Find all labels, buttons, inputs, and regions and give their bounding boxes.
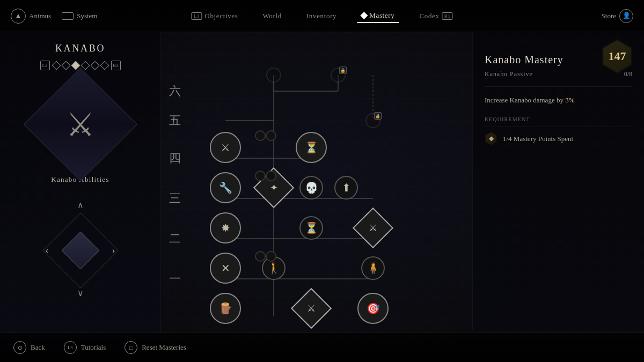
l2-button[interactable]: L2 bbox=[40, 61, 50, 70]
store-icon: 👤 bbox=[619, 9, 633, 23]
node-row2-left-burst[interactable]: ✸ bbox=[210, 212, 241, 243]
nav-codex-label: Codex bbox=[419, 12, 439, 20]
animus-button[interactable]: ▲ Animus bbox=[11, 9, 51, 24]
node-row2-right-diamond[interactable]: ⚔ bbox=[358, 213, 387, 242]
tutorials-label: Tutorials bbox=[81, 343, 106, 352]
node-circle-skull: 💀 bbox=[299, 176, 323, 200]
system-label: System bbox=[77, 12, 97, 20]
top-navigation: ▲ Animus System L1 Objectives World Inve… bbox=[0, 0, 644, 32]
mastery-tree: 六 五 四 三 二 一 🔒 🔒 ⚔ ⏳ bbox=[161, 32, 472, 330]
tree-canvas: 六 五 四 三 二 一 🔒 🔒 ⚔ ⏳ bbox=[161, 32, 472, 330]
node-row0-left-log[interactable]: 🪵 bbox=[210, 293, 241, 324]
reset-label: Reset Masteries bbox=[142, 343, 186, 352]
weapon-selector: ‹ › bbox=[46, 216, 115, 285]
node-row1-right-walk[interactable]: 🧍 bbox=[361, 256, 385, 280]
node-tiny-1 bbox=[255, 130, 266, 141]
mastery-points-badge: 147 bbox=[601, 40, 633, 72]
reset-button[interactable]: □ Reset Masteries bbox=[125, 341, 186, 354]
node-tiny-4 bbox=[266, 171, 276, 181]
left-panel: KANABO L2 R2 ⚔ Kanabo Abilities ∧ ‹ › ∨ bbox=[0, 32, 161, 362]
nav-world-label: World bbox=[262, 12, 281, 20]
warrior-image: ⚔ bbox=[35, 79, 126, 170]
node-top-center[interactable] bbox=[266, 68, 281, 83]
requirement-item: ◆ 1/4 Mastery Points Spent bbox=[485, 132, 632, 145]
reset-icon-symbol: □ bbox=[129, 344, 133, 351]
skill-dot-2 bbox=[61, 61, 70, 70]
node-diamond-center-symbol: ⚔ bbox=[307, 302, 316, 314]
node-row3-left[interactable]: 🔧 bbox=[210, 172, 241, 203]
nav-item-codex[interactable]: Codex R1 bbox=[415, 10, 457, 23]
tutorials-icon: L3 bbox=[64, 341, 77, 354]
kanji-row5: 五 bbox=[169, 113, 181, 129]
weapon-left-arrow[interactable]: ‹ bbox=[46, 245, 49, 256]
nav-right-group: Store 👤 bbox=[602, 9, 633, 23]
node-row0-right-barrel[interactable]: 🎯 bbox=[357, 293, 389, 324]
node-row0-center-diamond[interactable]: ⚔ bbox=[297, 294, 326, 323]
skill-dot-1 bbox=[52, 61, 61, 70]
nav-item-inventory[interactable]: Inventory bbox=[302, 10, 341, 23]
skill-dot-5 bbox=[90, 61, 99, 70]
back-button[interactable]: ⊙ Back bbox=[13, 341, 45, 354]
back-icon: ⊙ bbox=[13, 341, 26, 354]
node-tiny-6 bbox=[266, 251, 276, 262]
node-top-right-locked[interactable]: 🔒 bbox=[331, 68, 346, 83]
node-circle-burst: ✸ bbox=[210, 212, 241, 243]
node-circle-walk2: 🧍 bbox=[361, 256, 385, 280]
scroll-down-arrow[interactable]: ∨ bbox=[77, 288, 84, 298]
node-row4-left[interactable]: ⚔ bbox=[210, 132, 241, 163]
skill-dot-6 bbox=[100, 61, 109, 70]
nav-item-mastery[interactable]: Mastery bbox=[357, 9, 399, 23]
scroll-down-group: ∨ bbox=[77, 288, 84, 298]
node-diamond-warrior-symbol: ⚔ bbox=[369, 222, 377, 234]
node-row5-right-locked[interactable]: 🔒 bbox=[365, 113, 380, 128]
requirement-label: REQUIREMENT bbox=[485, 116, 632, 127]
back-icon-symbol: ⊙ bbox=[18, 344, 23, 351]
kanji-row4: 四 bbox=[169, 150, 181, 166]
nav-item-objectives[interactable]: L1 Objectives bbox=[187, 10, 242, 23]
nav-left-group: ▲ Animus System bbox=[11, 9, 97, 24]
node-circle-cross: ✕ bbox=[210, 253, 241, 284]
mastery-diamond-icon bbox=[360, 11, 368, 19]
scroll-up-arrow[interactable]: ∧ bbox=[77, 200, 84, 210]
weapon-right-arrow[interactable]: › bbox=[112, 245, 115, 256]
node-circle-log: 🪵 bbox=[210, 293, 241, 324]
node-tiny-5 bbox=[255, 251, 266, 262]
node-tiny-3 bbox=[255, 171, 266, 181]
nav-l1-badge: L1 bbox=[191, 12, 202, 20]
animus-label: Animus bbox=[29, 12, 51, 20]
lock-icon: 🔒 bbox=[339, 67, 347, 74]
node-circle-hourglass: ⏳ bbox=[296, 132, 327, 163]
system-button[interactable]: System bbox=[62, 12, 97, 20]
right-panel: 147 Kanabo Mastery Kanabo Passive 0/8 In… bbox=[472, 32, 644, 330]
node-row1-dot2 bbox=[266, 251, 276, 262]
nav-r1-badge: R1 bbox=[442, 12, 453, 20]
desc-prefix: Increase Kanabo damage by bbox=[485, 96, 565, 104]
kanji-row6: 六 bbox=[169, 83, 181, 99]
nav-item-world[interactable]: World bbox=[258, 10, 286, 23]
node-row3-arrow-up[interactable]: ⬆ bbox=[334, 176, 358, 200]
points-value: 147 bbox=[601, 40, 633, 72]
node-tiny-2 bbox=[266, 130, 276, 141]
node-diamond-warrior: ⚔ bbox=[353, 208, 393, 248]
node-row4-center-hourglass[interactable]: ⏳ bbox=[296, 132, 327, 163]
node-diamond-center: ⚔ bbox=[291, 288, 332, 329]
node-circle-tools: 🔧 bbox=[210, 172, 241, 203]
r2-button[interactable]: R2 bbox=[111, 61, 121, 70]
nav-inventory-label: Inventory bbox=[306, 12, 336, 20]
node-row3-dot2 bbox=[266, 171, 276, 181]
animus-icon: ▲ bbox=[11, 9, 26, 24]
node-row4-dot2 bbox=[266, 130, 276, 141]
nav-mastery-label: Mastery bbox=[369, 11, 394, 20]
weapon-title: KANABO bbox=[55, 43, 105, 54]
node-row1-dot1 bbox=[255, 251, 266, 262]
reset-icon: □ bbox=[125, 341, 137, 354]
panel-divider-1 bbox=[485, 86, 632, 87]
node-circle-small bbox=[266, 68, 281, 83]
tutorials-button[interactable]: L3 Tutorials bbox=[64, 341, 106, 354]
node-row2-center-hourglass[interactable]: ⏳ bbox=[299, 216, 323, 240]
store-button[interactable]: Store 👤 bbox=[602, 9, 633, 23]
node-row1-left-cross[interactable]: ✕ bbox=[210, 253, 241, 284]
node-circle-arrow: ⬆ bbox=[334, 176, 358, 200]
node-row3-skull[interactable]: 💀 bbox=[299, 176, 323, 200]
kanji-row1: 一 bbox=[169, 271, 181, 287]
